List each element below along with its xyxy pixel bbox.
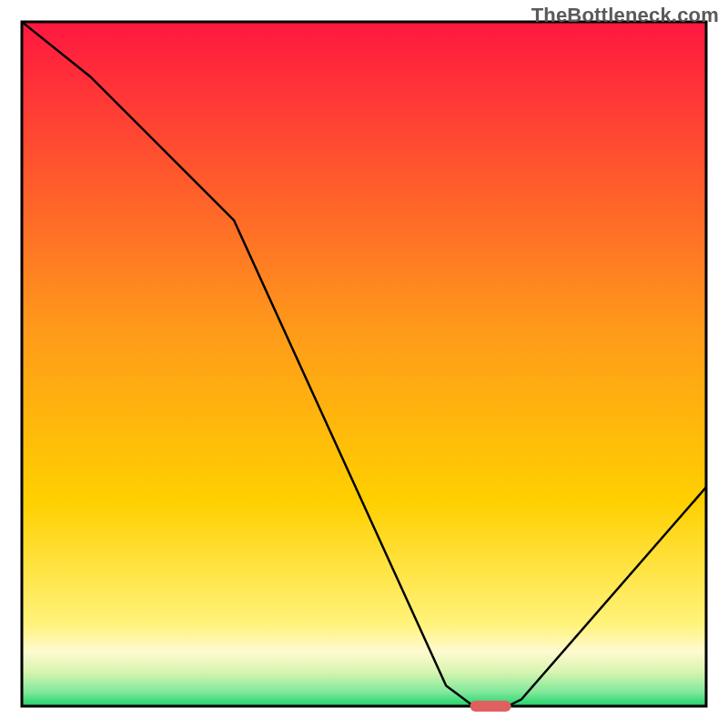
optimal-marker — [470, 701, 511, 712]
chart-container: TheBottleneck.com — [0, 0, 728, 728]
watermark-text: TheBottleneck.com — [531, 4, 719, 27]
bottleneck-chart — [0, 0, 728, 728]
